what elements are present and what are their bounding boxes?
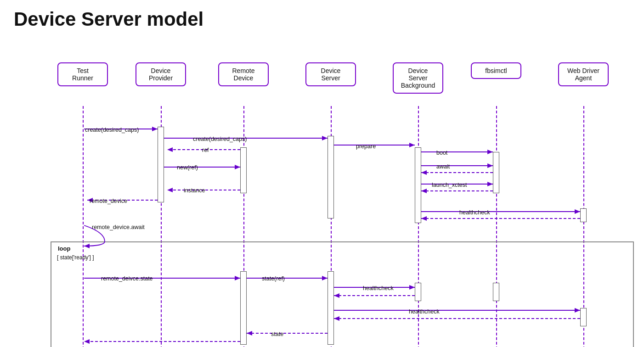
loop-box: loop [ state['ready'] ] bbox=[51, 241, 634, 347]
arrow-label: create(desired_caps) bbox=[193, 136, 247, 142]
activation-box bbox=[580, 208, 587, 222]
arrow-label: state(ref) bbox=[262, 275, 285, 282]
arrow-label: new(ref) bbox=[177, 164, 198, 171]
arrow-label: await bbox=[436, 163, 450, 170]
svg-marker-7 bbox=[487, 150, 493, 154]
loop-label: loop bbox=[55, 244, 73, 253]
activation-box bbox=[158, 127, 164, 202]
lifeline-box-device-server: DeviceServer bbox=[305, 62, 356, 86]
arrow-label: remote_deivce.state bbox=[101, 275, 153, 282]
activation-box bbox=[328, 271, 334, 345]
lifeline-box-fbsimctl: fbsimctl bbox=[471, 62, 521, 79]
svg-marker-17 bbox=[487, 182, 493, 186]
svg-marker-25 bbox=[575, 209, 580, 214]
arrow-label: state bbox=[271, 331, 283, 337]
activation-box bbox=[493, 152, 499, 193]
lifeline-box-device-server-bg: Device ServerBackground bbox=[393, 62, 443, 94]
arrow-label: healthcheck bbox=[409, 308, 440, 315]
svg-marker-3 bbox=[322, 136, 328, 140]
activation-box bbox=[415, 147, 421, 223]
arrow-label: launch_xctest bbox=[432, 182, 467, 188]
svg-marker-27 bbox=[421, 216, 427, 221]
activation-box bbox=[240, 271, 247, 345]
activation-box bbox=[493, 283, 499, 301]
svg-marker-1 bbox=[152, 127, 158, 131]
arrow-label: create(desired_caps) bbox=[85, 127, 139, 133]
lifeline-box-web-driver-agent: Web DriverAgent bbox=[558, 62, 609, 86]
arrow-label: healthcheck bbox=[459, 209, 490, 216]
lifeline-box-remote-device: RemoteDevice bbox=[218, 62, 269, 86]
svg-marker-11 bbox=[487, 163, 493, 168]
arrow-label: instance bbox=[184, 187, 205, 194]
svg-marker-19 bbox=[421, 189, 427, 193]
activation-box bbox=[328, 136, 334, 218]
page-title: Device Server model bbox=[0, 0, 644, 35]
svg-marker-9 bbox=[167, 147, 173, 152]
arrow-label: remote_device.await bbox=[92, 224, 145, 230]
arrow-label: healthcheck bbox=[363, 285, 394, 291]
arrow-label: ref bbox=[202, 147, 209, 153]
lifeline-box-device-provider: DeviceProvider bbox=[136, 62, 186, 86]
svg-marker-15 bbox=[235, 165, 240, 169]
svg-marker-5 bbox=[409, 143, 415, 147]
lifeline-box-test-runner: TestRunner bbox=[57, 62, 108, 86]
activation-box bbox=[415, 283, 421, 301]
activation-box bbox=[240, 147, 247, 193]
loop-condition: [ state['ready'] ] bbox=[57, 254, 94, 261]
arrow-label: prepare bbox=[356, 143, 376, 150]
svg-marker-21 bbox=[167, 188, 173, 192]
arrow-label: remote_device bbox=[90, 198, 127, 204]
activation-box bbox=[580, 308, 587, 326]
diagram-area: TestRunnerDeviceProviderRemoteDeviceDevi… bbox=[0, 35, 644, 347]
arrow-label: boot bbox=[436, 150, 447, 156]
svg-marker-13 bbox=[421, 170, 427, 175]
